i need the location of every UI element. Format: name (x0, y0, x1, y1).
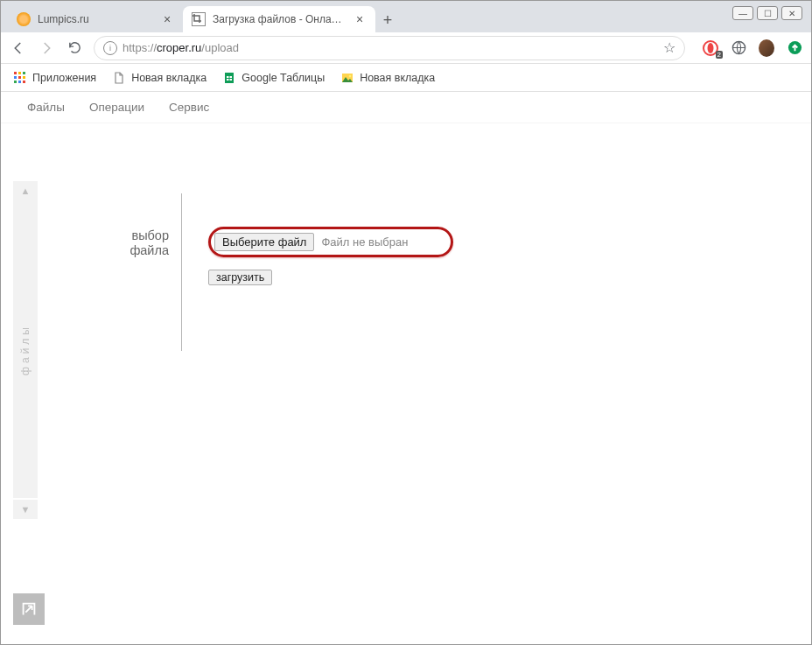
tab-close-icon[interactable]: × (160, 12, 174, 26)
bookmark-label: Google Таблицы (242, 72, 325, 84)
svg-rect-5 (18, 72, 21, 74)
tab-title: Lumpics.ru (38, 13, 153, 25)
share-corner-icon[interactable] (13, 593, 45, 625)
new-tab-button[interactable]: + (375, 8, 400, 32)
side-panel-down-icon[interactable]: ▼ (13, 500, 38, 519)
new-tab-bookmark-1[interactable]: Новая вкладка (112, 71, 206, 85)
svg-point-17 (349, 74, 352, 77)
svg-rect-8 (18, 76, 21, 79)
upload-section-label: выборфайла (115, 193, 181, 351)
apps-grid-icon (13, 71, 27, 85)
svg-rect-10 (14, 81, 17, 83)
bookmark-label: Новая вкладка (360, 72, 435, 84)
extension-icons: 2 (703, 40, 802, 56)
side-panel-label: файлы (19, 324, 32, 375)
tab-lumpics[interactable]: Lumpics.ru × (8, 6, 183, 32)
apps-bookmark[interactable]: Приложения (13, 71, 96, 85)
new-tab-bookmark-2[interactable]: Новая вкладка (340, 71, 435, 85)
bookmarks-bar: Приложения Новая вкладка Google Таблицы … (1, 64, 811, 92)
svg-rect-4 (14, 72, 17, 74)
upload-extension-icon[interactable] (787, 40, 802, 56)
tab-close-icon[interactable]: × (353, 12, 367, 26)
side-panel-handle[interactable]: файлы (13, 200, 38, 498)
google-sheets-bookmark[interactable]: Google Таблицы (222, 71, 325, 85)
menu-service[interactable]: Сервис (169, 101, 209, 114)
tab-title: Загрузка файлов - Онлайн фото (213, 13, 346, 25)
choose-file-button[interactable]: Выберите файл (214, 233, 314, 251)
window-maximize-button[interactable]: ☐ (757, 6, 778, 20)
picture-icon (340, 71, 354, 85)
site-menu-bar: Файлы Операции Сервис (1, 92, 811, 123)
file-chosen-status: Файл не выбран (321, 235, 408, 249)
tab-strip: Lumpics.ru × Загрузка файлов - Онлайн фо… (1, 1, 811, 32)
menu-files[interactable]: Файлы (27, 101, 65, 114)
upload-submit-button[interactable]: загрузить (208, 270, 272, 285)
orange-favicon-icon (17, 12, 31, 26)
browser-toolbar: i https://croper.ru/upload ☆ 2 (1, 32, 811, 64)
reload-button[interactable] (66, 39, 83, 57)
site-info-icon[interactable]: i (103, 41, 117, 55)
side-panel-up-icon[interactable]: ▲ (13, 181, 38, 200)
crop-favicon-icon (192, 12, 206, 26)
svg-rect-12 (23, 81, 25, 83)
svg-rect-7 (14, 76, 17, 79)
address-bar[interactable]: i https://croper.ru/upload ☆ (94, 36, 685, 60)
svg-rect-9 (23, 76, 25, 79)
page-icon (112, 71, 126, 85)
menu-operations[interactable]: Операции (89, 101, 144, 114)
bookmark-star-icon[interactable]: ☆ (663, 39, 676, 56)
globe-extension-icon[interactable] (731, 40, 746, 56)
bookmark-label: Приложения (32, 72, 96, 84)
window-close-button[interactable]: ✕ (781, 6, 802, 20)
url-text: https://croper.ru/upload (122, 41, 658, 54)
sheets-icon (222, 71, 236, 85)
page-content: ▲ файлы ▼ выборфайла Выберите файл Файл … (1, 123, 811, 637)
svg-point-1 (708, 43, 714, 53)
svg-rect-11 (18, 81, 21, 83)
profile-avatar[interactable] (759, 40, 774, 56)
window-controls: — ☐ ✕ (732, 6, 802, 20)
bookmark-label: Новая вкладка (131, 72, 206, 84)
back-button[interactable] (10, 39, 27, 57)
forward-button[interactable] (38, 39, 55, 57)
extension-badge: 2 (716, 51, 723, 59)
file-input-highlight: Выберите файл Файл не выбран (208, 227, 453, 257)
tab-croper-upload[interactable]: Загрузка файлов - Онлайн фото × (183, 6, 375, 32)
svg-rect-6 (23, 72, 25, 74)
upload-controls: Выберите файл Файл не выбран загрузить (182, 193, 453, 351)
window-minimize-button[interactable]: — (732, 6, 753, 20)
upload-section: выборфайла Выберите файл Файл не выбран … (115, 193, 453, 351)
opera-extension-icon[interactable]: 2 (703, 40, 718, 56)
